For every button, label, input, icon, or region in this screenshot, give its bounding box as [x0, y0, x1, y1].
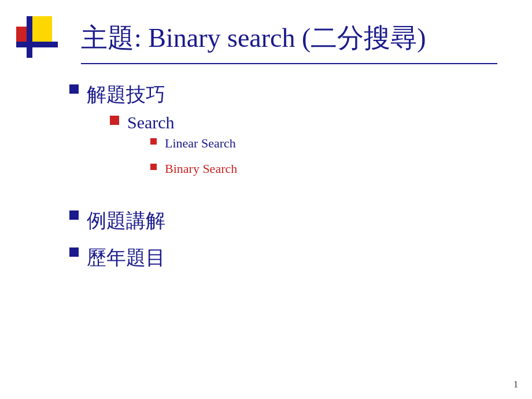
bullet-icon-1 — [69, 84, 79, 94]
bullet-icon-1-1-2 — [150, 164, 157, 170]
content-area: 解題技巧 Search Linear Search — [69, 82, 497, 271]
page-number: 1 — [513, 379, 518, 390]
bullet-text-3: 歷年題目 — [87, 245, 165, 271]
title-area: 主題: Binary search (二分搜尋) — [81, 23, 497, 64]
logo-decoration — [16, 16, 58, 58]
bullet-icon-1-1-1 — [150, 138, 157, 145]
bullet-text-1-1-1: Linear Search — [165, 136, 236, 151]
list-item: Linear Search — [150, 136, 237, 151]
sub-list-1: Search Linear Search Binary Search — [110, 113, 237, 187]
bullet-text-1-1-2: Binary Search — [165, 161, 237, 176]
logo-blue-bar-vertical — [27, 16, 32, 58]
slide-title: 主題: Binary search (二分搜尋) — [81, 23, 497, 54]
bullet-icon-3 — [69, 247, 79, 257]
bullet-text-1: 解題技巧 — [87, 84, 165, 105]
list-item: 例題講解 — [69, 208, 497, 234]
slide: 主題: Binary search (二分搜尋) 解題技巧 Search — [0, 0, 532, 399]
bullet-text-2: 例題講解 — [87, 208, 165, 234]
list-item: 解題技巧 Search Linear Search — [69, 82, 497, 197]
bullet-icon-2 — [69, 210, 79, 220]
bullet-icon-1-1 — [110, 116, 119, 125]
bullet-text-1-1: Search — [127, 113, 175, 132]
list-item: Binary Search — [150, 161, 237, 176]
sub-sub-list-1-1: Linear Search Binary Search — [150, 136, 237, 176]
list-item: Search Linear Search Binary Search — [110, 113, 237, 187]
list-item: 歷年題目 — [69, 245, 497, 271]
logo-blue-bar-horizontal — [16, 42, 58, 47]
